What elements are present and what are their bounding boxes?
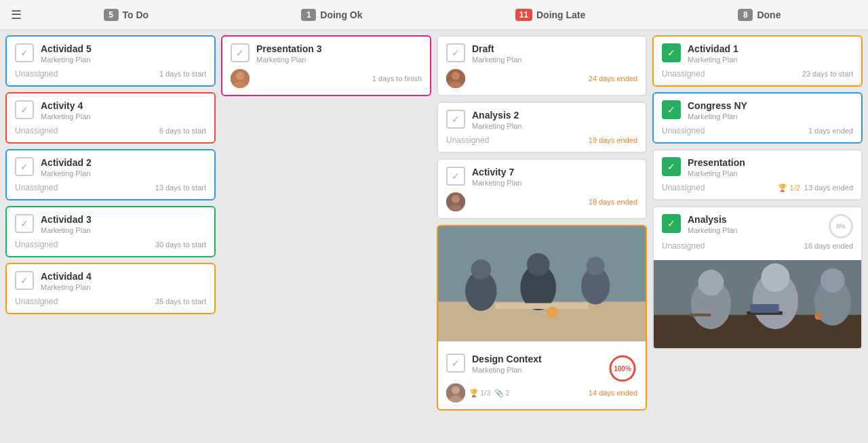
card-days: 35 days to start: [155, 297, 206, 305]
card-activity-4[interactable]: ✓ Activity 4 Marketing Plan Unassigned 6…: [5, 92, 216, 144]
checkbox-presentation[interactable]: ✓: [662, 157, 681, 176]
checkbox-congress-ny[interactable]: ✓: [662, 100, 681, 119]
nav-done: 8 Done: [738, 9, 781, 21]
card-assigned: Unassigned: [15, 69, 58, 79]
card-subtitle: Marketing Plan: [41, 56, 206, 64]
card-draft[interactable]: ✓ Draft Marketing Plan 24 days ended: [437, 35, 647, 96]
card-analysis-2[interactable]: ✓ Analysis 2 Marketing Plan Unassigned 1…: [437, 102, 647, 153]
checkbox-actividad-4[interactable]: ✓: [15, 271, 34, 290]
card-title: Presentation 3: [256, 43, 422, 54]
card-subtitle: Marketing Plan: [688, 226, 822, 234]
card-days: 1 days ended: [808, 127, 853, 135]
trophy-icon: 🏆: [469, 389, 479, 398]
card-subtitle: Marketing Plan: [41, 226, 206, 234]
card-title: Draft: [472, 43, 637, 54]
svg-point-12: [471, 259, 492, 280]
card-subtitle: Marketing Plan: [41, 112, 206, 121]
card-title: Presentation: [688, 157, 853, 168]
done-badge: 8: [738, 9, 753, 21]
checkbox-design-context[interactable]: ✓: [446, 354, 465, 373]
card-days: 23 days to start: [802, 70, 853, 78]
trophy-meta: 🏆 1/2: [778, 184, 800, 192]
card-subtitle: Marketing Plan: [472, 366, 601, 374]
app-container: ☰ 5 To Do 1 Doing Ok 11 Doing Late 8 Don…: [0, 0, 868, 443]
column-done: ✓ Actividad 1 Marketing Plan Unassigned …: [652, 35, 863, 438]
menu-icon[interactable]: ☰: [11, 7, 22, 22]
svg-rect-35: [690, 314, 711, 316]
card-subtitle: Marketing Plan: [472, 122, 637, 130]
card-days: 24 days ended: [589, 75, 637, 83]
doing-ok-title: Doing Ok: [320, 9, 362, 20]
svg-point-32: [821, 268, 845, 293]
card-assigned: Unassigned: [15, 240, 58, 249]
checkbox-analysis-2[interactable]: ✓: [446, 110, 465, 129]
card-analysis-done[interactable]: ✓ Analysis Marketing Plan 0% Unassigned …: [652, 206, 863, 350]
card-assigned: Unassigned: [662, 183, 705, 192]
card-title: Actividad 2: [41, 157, 206, 168]
nav-todo: 5 To Do: [104, 9, 149, 21]
nav-doing-late: 11 Doing Late: [515, 9, 586, 21]
column-todo: ✓ Actividad 5 Marketing Plan Unassigned …: [5, 35, 216, 438]
card-presentation-done[interactable]: ✓ Presentation Marketing Plan Unassigned…: [652, 149, 863, 201]
card-activity-7[interactable]: ✓ Activity 7 Marketing Plan 18 days ende…: [437, 159, 647, 219]
column-doing-ok: ✓ Presentation 3 Marketing Plan 1 days t…: [221, 35, 431, 438]
progress-circle: 100%: [608, 354, 637, 383]
checkbox-analysis[interactable]: ✓: [662, 214, 681, 233]
svg-point-18: [547, 307, 558, 318]
trophy-meta: 🏆 1/3: [469, 389, 490, 398]
card-title: Activity 7: [472, 167, 637, 177]
card-assigned: Unassigned: [15, 126, 58, 135]
card-title: Actividad 4: [41, 271, 206, 282]
card-assigned: Unassigned: [662, 126, 705, 135]
card-days: 18 days ended: [589, 198, 637, 206]
todo-title: To Do: [123, 9, 149, 20]
card-presentation-3[interactable]: ✓ Presentation 3 Marketing Plan 1 days t…: [221, 35, 431, 96]
card-assigned: Unassigned: [446, 135, 489, 145]
doing-late-title: Doing Late: [536, 9, 585, 20]
card-assigned: Unassigned: [662, 69, 705, 79]
card-days: 1 days to finish: [372, 75, 422, 83]
checkbox-actividad-2[interactable]: ✓: [15, 157, 34, 176]
card-title: Analysis 2: [472, 110, 637, 121]
card-title: Analysis: [688, 214, 822, 225]
svg-point-1: [236, 72, 244, 80]
card-actividad-3[interactable]: ✓ Actividad 3 Marketing Plan Unassigned …: [5, 206, 216, 257]
card-actividad-2[interactable]: ✓ Actividad 2 Marketing Plan Unassigned …: [5, 149, 216, 201]
card-days: 6 days to start: [159, 127, 206, 135]
clip-meta: 📎 2: [494, 389, 509, 398]
checkbox-actividad-5[interactable]: ✓: [15, 43, 34, 62]
card-title: Congress NY: [688, 100, 853, 111]
card-design-context[interactable]: ✓ Design Context Marketing Plan: [437, 225, 647, 410]
checkbox-presentation-3[interactable]: ✓: [231, 43, 250, 62]
checkbox-draft[interactable]: ✓: [446, 43, 465, 62]
card-subtitle: Marketing Plan: [256, 56, 422, 64]
svg-rect-17: [495, 303, 588, 308]
header: ☰ 5 To Do 1 Doing Ok 11 Doing Late 8 Don…: [0, 0, 868, 30]
card-days: 30 days to start: [155, 240, 206, 249]
nav-doing-ok: 1 Doing Ok: [301, 9, 362, 21]
card-title: Actividad 3: [41, 214, 206, 225]
card-actividad-5[interactable]: ✓ Actividad 5 Marketing Plan Unassigned …: [5, 35, 216, 87]
card-assigned: Unassigned: [662, 241, 705, 251]
card-meta-row: 🏆 1/3 📎 2: [446, 383, 509, 402]
avatar: [446, 192, 465, 211]
checkbox-actividad-3[interactable]: ✓: [15, 214, 34, 233]
svg-rect-34: [750, 304, 778, 313]
card-subtitle: Marketing Plan: [688, 56, 853, 64]
avatar: [446, 69, 465, 88]
checkbox-actividad-1[interactable]: ✓: [662, 43, 681, 62]
card-subtitle: Marketing Plan: [472, 56, 637, 64]
card-congress-ny[interactable]: ✓ Congress NY Marketing Plan Unassigned …: [652, 92, 863, 144]
columns-container: ✓ Actividad 5 Marketing Plan Unassigned …: [0, 30, 868, 443]
checkbox-activity-4[interactable]: ✓: [15, 100, 34, 119]
done-title: Done: [757, 9, 781, 20]
card-days: 14 days ended: [589, 389, 637, 397]
card-actividad-4[interactable]: ✓ Actividad 4 Marketing Plan Unassigned …: [5, 263, 216, 314]
checkbox-activity-7[interactable]: ✓: [446, 167, 465, 186]
svg-point-28: [698, 270, 724, 295]
card-actividad-1-done[interactable]: ✓ Actividad 1 Marketing Plan Unassigned …: [652, 35, 863, 87]
card-subtitle: Marketing Plan: [41, 169, 206, 177]
doing-ok-badge: 1: [301, 9, 316, 21]
card-subtitle: Marketing Plan: [688, 112, 853, 121]
card-title: Design Context: [472, 354, 601, 364]
